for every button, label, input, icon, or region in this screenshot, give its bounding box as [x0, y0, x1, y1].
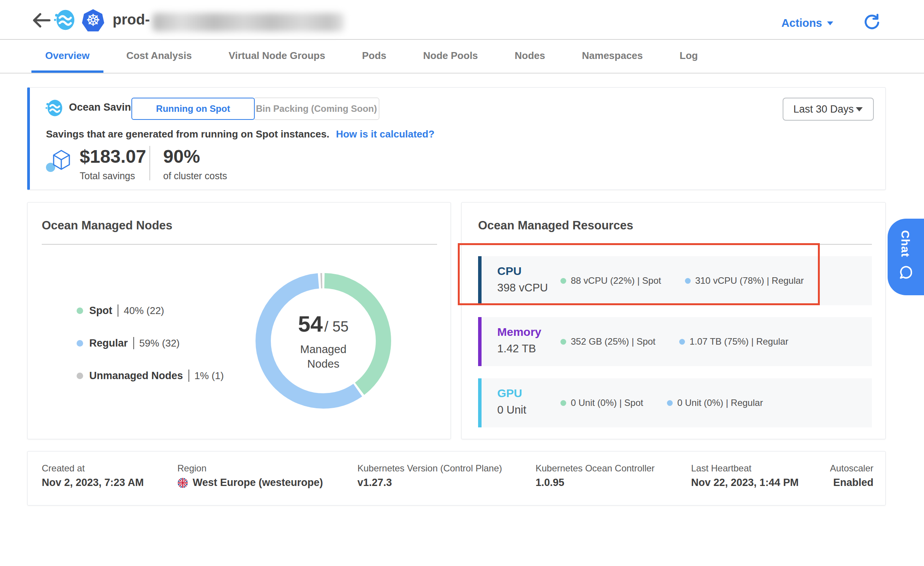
legend-separator	[188, 370, 189, 382]
period-select[interactable]: Last 30 Days	[783, 98, 874, 121]
tab-pods[interactable]: Pods	[348, 41, 400, 73]
managed-nodes-donut-chart: 54 / 55 Managed Nodes	[254, 272, 392, 410]
spot-stat-text: 88 vCPU (22%) | Spot	[571, 275, 661, 286]
legend-value: 40% (22)	[124, 305, 164, 317]
savings-description-text: Savings that are generated from running …	[46, 128, 329, 140]
footer-label: Kubernetes Version (Control Plane)	[357, 463, 502, 474]
wave-icon	[45, 99, 63, 117]
tab-namespaces[interactable]: Namespaces	[568, 41, 657, 73]
nodes-legend: Spot 40% (22) Regular 59% (32) Unmanaged…	[77, 303, 224, 383]
cluster-cost-label: of cluster costs	[163, 170, 227, 182]
tab-virtual-node-groups[interactable]: Virtual Node Groups	[215, 41, 339, 73]
resource-row-gpu: GPU 0 Unit 0 Unit (0%) | Spot 0 Unit (0%…	[478, 378, 872, 427]
footer-value: Nov 2, 2023, 7:23 AM	[42, 477, 144, 489]
cpu-accent-bar	[478, 256, 482, 305]
footer-value: Enabled	[833, 477, 873, 489]
memory-accent-bar	[478, 317, 482, 366]
resource-spot-stat: 352 GB (25%) | Spot	[560, 336, 655, 347]
period-select-value: Last 30 Days	[793, 103, 854, 115]
legend-item-regular: Regular 59% (32)	[77, 335, 224, 351]
regular-dot-icon	[667, 400, 673, 406]
footer-label: Region	[177, 463, 206, 474]
toggle-running-on-spot[interactable]: Running on Spot	[131, 98, 255, 120]
back-button[interactable]	[32, 12, 51, 28]
actions-button[interactable]: Actions	[781, 17, 834, 29]
managed-resources-title: Ocean Managed Resources	[478, 219, 633, 232]
footer-label: Kubernetes Ocean Controller	[536, 463, 655, 474]
cluster-title: prod-	[113, 11, 150, 28]
refresh-button[interactable]	[863, 14, 880, 31]
resource-regular-stat: 310 vCPU (78%) | Regular	[685, 275, 804, 286]
resource-row-cpu: CPU 398 vCPU 88 vCPU (22%) | Spot 310 vC…	[478, 256, 872, 305]
tab-overview[interactable]: Overview	[31, 41, 103, 73]
footer-label: Autoscaler	[830, 463, 873, 474]
savings-toggle-group: Running on Spot Bin Packing (Coming Soon…	[131, 98, 379, 120]
resource-spot-stat: 88 vCPU (22%) | Spot	[560, 275, 661, 286]
resource-total: 0 Unit	[497, 404, 526, 416]
total-savings-label: Total savings	[80, 170, 135, 182]
cluster-cost-percent: 90%	[163, 146, 200, 167]
actions-label: Actions	[781, 17, 822, 29]
spot-dot-icon	[560, 278, 566, 284]
tab-bar: Overview Cost Analysis Virtual Node Grou…	[0, 41, 924, 74]
gpu-accent-bar	[478, 378, 482, 427]
unmanaged-dot-icon	[77, 373, 83, 379]
ocean-savings-card: Ocean Savings: Running on Spot Bin Packi…	[27, 87, 886, 190]
legend-label: Unmanaged Nodes	[89, 370, 183, 382]
redacted-title-blur	[152, 13, 344, 31]
spot-dot-icon	[560, 400, 566, 406]
regular-dot-icon	[685, 278, 691, 284]
footer-value: 1.0.95	[536, 477, 564, 489]
tab-node-pools[interactable]: Node Pools	[410, 41, 492, 73]
footer-value: West Europe (westeurope)	[193, 477, 323, 489]
spot-stat-text: 352 GB (25%) | Spot	[571, 336, 655, 347]
chat-bubble-icon	[897, 263, 914, 280]
legend-value: 1% (1)	[195, 370, 224, 382]
spot-dot-icon	[560, 339, 566, 345]
legend-item-unmanaged: Unmanaged Nodes 1% (1)	[77, 368, 224, 383]
legend-label: Regular	[89, 337, 128, 349]
footer-value: v1.27.3	[357, 477, 392, 489]
donut-center-total: / 55	[324, 319, 349, 335]
tab-log[interactable]: Log	[666, 41, 712, 73]
savings-description: Savings that are generated from running …	[46, 128, 434, 140]
resource-name: GPU	[497, 387, 522, 400]
kubernetes-logo-icon: ☸	[82, 9, 104, 31]
chat-label: Chat	[899, 230, 912, 257]
toggle-bin-packing[interactable]: Bin Packing (Coming Soon)	[254, 98, 379, 120]
tab-cost-analysis[interactable]: Cost Analysis	[113, 41, 206, 73]
back-arrow-icon	[32, 12, 51, 28]
savings-divider	[149, 146, 150, 180]
spot-stat-text: 0 Unit (0%) | Spot	[571, 398, 643, 408]
spot-dot-icon	[77, 308, 83, 314]
managed-nodes-card: Ocean Managed Nodes Spot 40% (22) Regula…	[27, 202, 451, 439]
regular-dot-icon	[679, 339, 685, 345]
total-savings-value: $183.07	[80, 146, 146, 167]
footer-value: Nov 22, 2023, 1:44 PM	[691, 477, 799, 489]
how-calculated-link[interactable]: How is it calculated?	[336, 128, 434, 140]
regular-stat-text: 0 Unit (0%) | Regular	[677, 398, 763, 408]
resource-total: 398 vCPU	[497, 281, 548, 294]
regular-stat-text: 310 vCPU (78%) | Regular	[695, 275, 804, 286]
refresh-icon	[863, 14, 880, 31]
regular-dot-icon	[77, 340, 83, 347]
resource-spot-stat: 0 Unit (0%) | Spot	[560, 398, 643, 408]
resource-total: 1.42 TB	[497, 342, 536, 355]
resource-name: CPU	[497, 265, 521, 278]
legend-item-spot: Spot 40% (22)	[77, 303, 224, 318]
cluster-info-footer: Created at Nov 2, 2023, 7:23 AM Region W…	[27, 451, 886, 505]
resource-name: Memory	[497, 326, 541, 339]
regular-stat-text: 1.07 TB (75%) | Regular	[690, 336, 788, 347]
managed-nodes-title: Ocean Managed Nodes	[42, 219, 172, 232]
chat-button[interactable]: Chat	[888, 219, 924, 295]
legend-label: Spot	[89, 305, 112, 317]
donut-center-value: 54	[298, 311, 323, 337]
donut-center: 54 / 55 Managed Nodes	[254, 272, 392, 410]
donut-center-label: Managed Nodes	[285, 342, 362, 371]
resource-regular-stat: 1.07 TB (75%) | Regular	[679, 336, 788, 347]
legend-separator	[118, 304, 118, 317]
cube-icon	[45, 147, 72, 174]
tab-nodes[interactable]: Nodes	[501, 41, 559, 73]
header: ☸ prod- Actions	[0, 0, 924, 40]
ocean-logo-icon	[54, 9, 75, 31]
